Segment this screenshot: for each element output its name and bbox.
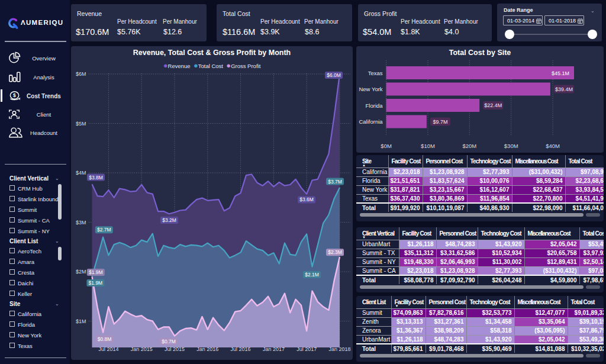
svg-text:$6.0M: $6.0M — [327, 72, 341, 78]
svg-text:Jan 2016: Jan 2016 — [196, 346, 218, 352]
svg-text:California: California — [359, 118, 383, 125]
svg-text:$: $ — [13, 92, 16, 98]
svg-text:$4M: $4M — [76, 170, 86, 176]
svg-text:Jan 2018: Jan 2018 — [328, 346, 350, 352]
svg-text:$45.1M: $45.1M — [552, 70, 569, 76]
svg-text:$9.7M: $9.7M — [433, 119, 447, 125]
svg-text:$2.3M: $2.3M — [328, 249, 342, 255]
svg-text:$0.7M: $0.7M — [162, 339, 176, 344]
svg-text:$1M: $1M — [76, 318, 86, 324]
svg-text:$22.4M: $22.4M — [484, 102, 502, 108]
svg-text:Jul 2015: Jul 2015 — [165, 346, 185, 352]
svg-text:Texas: Texas — [368, 70, 383, 76]
svg-text:$30M: $30M — [504, 143, 518, 149]
svg-text:$0M: $0M — [381, 143, 392, 149]
svg-text:Florida: Florida — [366, 102, 383, 109]
svg-text:Jul 2014: Jul 2014 — [98, 346, 118, 352]
svg-text:$3.6M: $3.6M — [299, 197, 314, 202]
svg-text:$0.8M: $0.8M — [98, 336, 112, 342]
svg-text:Jul 2016: Jul 2016 — [231, 346, 251, 352]
svg-text:$20M: $20M — [462, 143, 476, 149]
svg-text:Jan 2015: Jan 2015 — [131, 346, 153, 352]
svg-text:$2.1M: $2.1M — [305, 272, 319, 278]
svg-text:$10M: $10M — [421, 143, 435, 149]
svg-text:Jul 2017: Jul 2017 — [296, 346, 317, 352]
svg-text:$6M: $6M — [76, 71, 86, 77]
svg-text:$3.8M: $3.8M — [89, 175, 103, 181]
svg-text:$3.2M: $3.2M — [162, 217, 176, 223]
svg-text:Jan 2017: Jan 2017 — [263, 346, 285, 352]
svg-text:$39.4M: $39.4M — [555, 86, 573, 92]
svg-text:New York: New York — [359, 86, 382, 92]
svg-text:$3.7M: $3.7M — [328, 179, 342, 185]
svg-text:$5M: $5M — [76, 121, 86, 127]
svg-text:$3M: $3M — [76, 220, 86, 226]
svg-text:$2M: $2M — [76, 269, 86, 275]
svg-text:$1.9M: $1.9M — [89, 280, 103, 286]
svg-text:$2.7M: $2.7M — [97, 227, 111, 233]
svg-text:$1.9M: $1.9M — [89, 269, 103, 275]
svg-text:$40M: $40M — [546, 143, 560, 149]
